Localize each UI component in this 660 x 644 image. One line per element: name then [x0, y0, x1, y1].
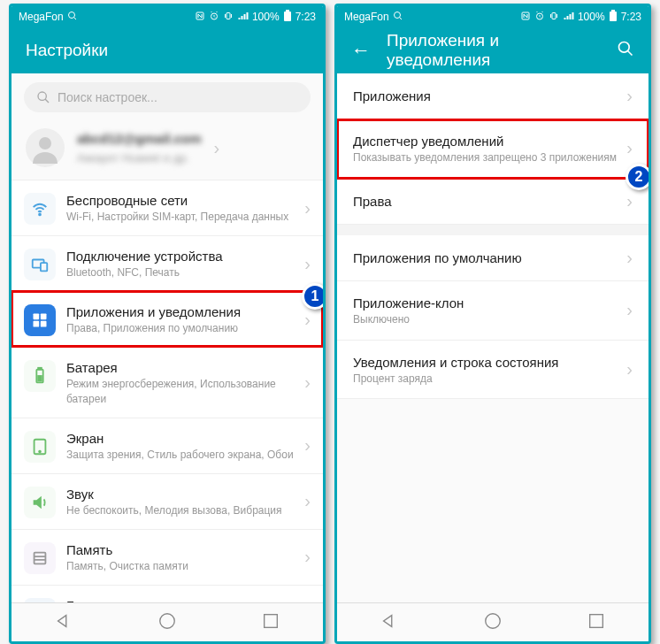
shield-icon — [24, 598, 56, 602]
svg-rect-15 — [41, 314, 47, 320]
nav-home-icon[interactable] — [483, 611, 503, 634]
wifi-icon — [24, 193, 56, 225]
row-sub: Память, Очистка памяти — [66, 559, 294, 574]
avatar — [26, 128, 65, 167]
nav-back-icon[interactable] — [54, 611, 73, 634]
svg-line-8 — [45, 99, 49, 103]
svg-rect-32 — [611, 10, 615, 12]
row-title: Приложения и уведомления — [66, 303, 294, 321]
nav-recent-icon[interactable] — [587, 611, 606, 634]
header: Настройки — [12, 27, 323, 73]
signal-icon — [563, 11, 574, 24]
status-right: 100% 7:23 — [195, 10, 316, 25]
svg-rect-13 — [41, 263, 47, 271]
nav-back-icon[interactable] — [380, 611, 399, 634]
header-title: Приложения и уведомления — [387, 31, 601, 70]
search-input[interactable]: Поиск настроек... — [24, 82, 311, 112]
row-apps-notifications[interactable]: Приложения и уведомленияПрава, Приложени… — [12, 291, 323, 347]
row-sound[interactable]: ЗвукНе беспокоить, Мелодия вызова, Вибра… — [12, 473, 323, 529]
row-title: Экран — [66, 429, 294, 448]
nav-bar — [12, 602, 323, 641]
nav-recent-icon[interactable] — [261, 611, 280, 634]
step-badge-1: 1 — [302, 283, 323, 310]
row-sub: Защита зрения, Стиль рабочего экрана, Об… — [66, 448, 294, 463]
chevron-right-icon: › — [304, 254, 311, 274]
row-title: Приложение-клон — [353, 294, 626, 312]
svg-point-35 — [486, 613, 501, 628]
row-sub: Режим энергосбережения, Использование ба… — [66, 377, 294, 407]
chevron-right-icon: › — [626, 138, 633, 158]
svg-rect-5 — [284, 12, 291, 21]
row-default-apps[interactable]: Приложения по умолчанию › — [337, 235, 648, 281]
profile-email: abcd12@gmail.com — [77, 129, 202, 150]
battery-icon — [24, 360, 56, 392]
vibrate-icon — [549, 11, 559, 24]
row-title: Память — [66, 540, 294, 559]
chevron-right-icon: › — [214, 138, 220, 158]
step-badge-2: 2 — [625, 164, 648, 190]
status-bar: MegaFon 100% 7:23 — [12, 6, 323, 27]
chevron-right-icon: › — [626, 248, 633, 268]
row-title: Батарея — [66, 358, 294, 377]
row-memory[interactable]: ПамятьПамять, Очистка памяти › — [12, 529, 323, 585]
nfc-icon — [520, 11, 531, 24]
row-permissions[interactable]: Права › — [337, 179, 648, 225]
svg-point-33 — [619, 42, 630, 52]
row-notification-manager[interactable]: Диспетчер уведомлений Показывать уведомл… — [337, 119, 648, 179]
header-title: Настройки — [26, 41, 309, 60]
row-apps[interactable]: Приложения › — [337, 73, 648, 119]
svg-rect-17 — [41, 321, 47, 327]
row-title: Уведомления и строка состояния — [353, 353, 626, 372]
svg-point-0 — [68, 12, 74, 18]
status-bar: MegaFon 100% 7:23 — [337, 6, 648, 27]
svg-line-27 — [399, 17, 402, 19]
row-sub: Показывать уведомления запрещено 3 прило… — [353, 150, 626, 165]
search-button[interactable] — [617, 40, 634, 62]
back-button[interactable]: ← — [351, 39, 371, 62]
row-device-connection[interactable]: Подключение устройстваBluetooth, NFC, Пе… — [12, 235, 323, 291]
svg-point-10 — [39, 137, 51, 150]
profile-row[interactable]: abcd12@gmail.com Аккаунт Huawei и др. › — [12, 121, 323, 180]
row-title: Подключение устройства — [66, 247, 294, 265]
search-placeholder: Поиск настроек... — [58, 90, 157, 104]
svg-point-11 — [39, 214, 41, 216]
search-small-icon — [67, 11, 78, 24]
alarm-icon — [209, 11, 219, 24]
row-app-twin[interactable]: Приложение-клон Выключено › — [337, 281, 648, 341]
vibrate-icon — [223, 11, 234, 24]
alarm-icon — [534, 11, 545, 24]
svg-point-22 — [39, 450, 41, 452]
phone-left: MegaFon 100% 7:23 Настройки Поиск настро… — [9, 4, 326, 644]
svg-rect-23 — [35, 552, 46, 564]
nav-home-icon[interactable] — [157, 611, 177, 634]
search-small-icon — [393, 11, 403, 24]
row-title: Звук — [66, 485, 294, 503]
row-sub: Выключено — [353, 312, 626, 327]
carrier-label: MegaFon — [344, 11, 389, 23]
chevron-right-icon: › — [304, 372, 311, 393]
svg-rect-36 — [590, 614, 603, 627]
status-right: 100% 7:23 — [520, 10, 641, 25]
content-area: Поиск настроек... abcd12@gmail.com Аккау… — [12, 73, 323, 602]
row-title: Диспетчер уведомлений — [353, 132, 626, 150]
chevron-right-icon: › — [626, 359, 633, 380]
row-sub: Права, Приложения по умолчанию — [66, 321, 294, 336]
chevron-right-icon: › — [626, 191, 633, 211]
svg-rect-14 — [34, 314, 40, 320]
battery-icon — [283, 10, 292, 25]
row-notif-statusbar[interactable]: Уведомления и строка состояния Процент з… — [337, 341, 648, 400]
apps-icon — [24, 304, 56, 336]
row-screen[interactable]: ЭкранЗащита зрения, Стиль рабочего экран… — [12, 418, 323, 473]
svg-rect-31 — [610, 12, 617, 21]
row-security[interactable]: Безопасность и конфиденциальностьДатчик … — [12, 585, 323, 602]
svg-line-34 — [628, 50, 633, 55]
status-left: MegaFon — [344, 11, 403, 24]
nav-bar — [337, 602, 648, 641]
search-icon — [36, 90, 50, 104]
battery-label: 100% — [252, 11, 280, 23]
profile-text: abcd12@gmail.com Аккаунт Huawei и др. — [77, 129, 202, 166]
row-title: Безопасность и конфиденциальность — [66, 596, 294, 602]
row-wireless[interactable]: Беспроводные сетиWi-Fi, Настройки SIM-ка… — [12, 180, 323, 235]
row-title: Приложения по умолчанию — [353, 249, 626, 267]
row-battery[interactable]: БатареяРежим энергосбережения, Использов… — [12, 347, 323, 418]
